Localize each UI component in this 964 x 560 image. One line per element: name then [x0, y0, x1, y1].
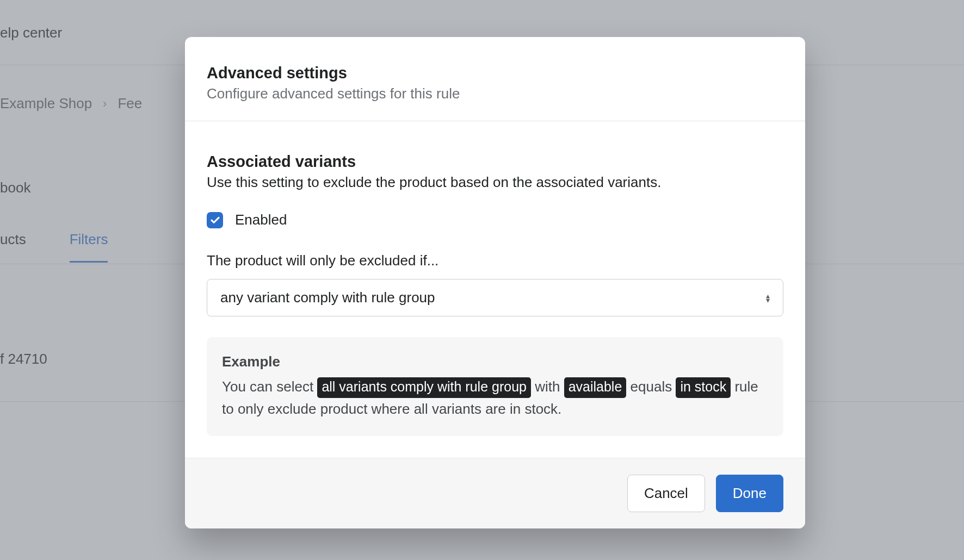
example-pill-in-stock: in stock — [676, 377, 731, 398]
example-text: You can select all variants comply with … — [222, 376, 768, 420]
enabled-label: Enabled — [235, 211, 287, 228]
done-button[interactable]: Done — [716, 475, 783, 512]
cancel-button[interactable]: Cancel — [627, 475, 705, 512]
example-text-prefix: You can select — [222, 378, 317, 395]
modal-header: Advanced settings Configure advanced set… — [185, 37, 805, 121]
example-box: Example You can select all variants comp… — [207, 337, 783, 436]
advanced-settings-modal: Advanced settings Configure advanced set… — [185, 37, 805, 528]
variant-rule-select[interactable]: any variant comply with rule group ▴ ▾ — [207, 279, 783, 316]
checkmark-icon — [210, 215, 220, 225]
section-description: Use this setting to exclude the product … — [207, 174, 783, 191]
example-title: Example — [222, 353, 768, 370]
modal-subtitle: Configure advanced settings for this rul… — [207, 85, 783, 102]
example-text-mid1: with — [531, 378, 564, 395]
modal-title: Advanced settings — [207, 64, 783, 82]
modal-body: Associated variants Use this setting to … — [185, 121, 805, 458]
modal-footer: Cancel Done — [185, 458, 805, 528]
enabled-checkbox-row: Enabled — [207, 211, 783, 228]
example-pill-available: available — [564, 377, 627, 398]
section-title: Associated variants — [207, 153, 783, 171]
select-arrows-icon: ▴ ▾ — [766, 294, 770, 302]
rule-condition-label: The product will only be excluded if... — [207, 252, 783, 269]
select-value: any variant comply with rule group — [220, 289, 435, 306]
example-pill-all-variants: all variants comply with rule group — [317, 377, 531, 398]
enabled-checkbox[interactable] — [207, 212, 223, 228]
example-text-mid2: equals — [626, 378, 676, 395]
